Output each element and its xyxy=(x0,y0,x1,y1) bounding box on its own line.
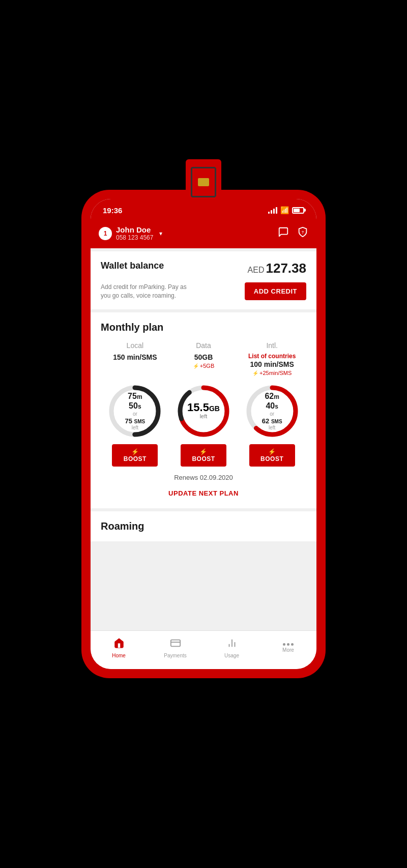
wallet-top: Wallet balance AED127.38 xyxy=(101,261,306,276)
local-main-value: 75m 50s xyxy=(121,391,149,411)
data-main-value: 15.5GB xyxy=(187,402,220,414)
shield-icon[interactable]: ? xyxy=(297,226,308,240)
intl-left-label: left xyxy=(258,425,286,431)
lightning-icon: ⚡ xyxy=(193,363,199,369)
payments-icon xyxy=(170,638,181,651)
sim-chip xyxy=(198,178,209,186)
local-sub-value: 75 SMS xyxy=(121,417,149,425)
wallet-title: Wallet balance xyxy=(101,261,164,271)
nav-home[interactable]: Home xyxy=(91,638,147,658)
plan-title: Monthly plan xyxy=(101,322,306,333)
data-column-header: Data 50GB ⚡+5GB xyxy=(169,341,238,369)
user-number: 058 123 4567 xyxy=(116,234,153,241)
bottom-nav: Home Payments xyxy=(91,630,316,669)
monthly-plan-card: Monthly plan Local 150 min/SMS Data 50GB… xyxy=(91,312,316,508)
user-header[interactable]: 1 John Doe 058 123 4567 ▾ xyxy=(91,221,316,248)
nav-usage[interactable]: Usage xyxy=(204,638,260,658)
local-column-header: Local 150 min/SMS xyxy=(101,341,169,362)
intl-or: or xyxy=(258,411,286,417)
chevron-down-icon[interactable]: ▾ xyxy=(159,230,162,237)
payments-label: Payments xyxy=(164,653,186,658)
svg-rect-1 xyxy=(170,640,180,647)
local-chart: 75m 50s or 75 SMS left ⚡ BOOST xyxy=(101,383,169,467)
roaming-title: Roaming xyxy=(101,520,306,532)
battery-icon xyxy=(292,207,304,214)
header-actions: ? xyxy=(278,226,308,240)
wallet-currency: AED xyxy=(248,266,265,274)
data-circle-center: 15.5GB left xyxy=(187,402,220,420)
nav-more[interactable]: More xyxy=(260,643,316,653)
user-name: John Doe xyxy=(116,225,153,234)
intl-main-value: 62m 40s xyxy=(258,391,286,411)
wallet-card: Wallet balance AED127.38 Add credit for … xyxy=(91,251,316,309)
phone-screen: 19:36 📶 1 xyxy=(91,199,316,669)
wallet-value: 127.38 xyxy=(266,261,306,276)
wifi-icon: 📶 xyxy=(280,206,289,214)
usage-icon xyxy=(226,638,238,651)
data-circle: 15.5GB left xyxy=(176,383,231,439)
sim-inner xyxy=(191,167,216,197)
more-label: More xyxy=(282,647,294,653)
intl-column-header: Intl. List of countries 100 min/SMS ⚡+25… xyxy=(238,341,306,376)
user-badge: 1 xyxy=(99,227,112,240)
more-dots-icon xyxy=(283,643,294,646)
usage-label: Usage xyxy=(224,653,239,658)
intl-sub-value: 62 SMS xyxy=(258,417,286,425)
local-circle-center: 75m 50s or 75 SMS left xyxy=(121,391,149,431)
lightning-icon-intl: ⚡ xyxy=(252,370,258,376)
wallet-description: Add credit for mParking. Pay as you go c… xyxy=(101,283,187,300)
intl-circle: 62m 40s or 62 SMS left xyxy=(244,383,300,439)
intl-label: Intl. xyxy=(266,341,278,350)
intl-boost-extra: ⚡+25min/SMS xyxy=(252,370,292,376)
status-icons: 📶 xyxy=(268,206,304,214)
data-chart: 15.5GB left ⚡ BOOST xyxy=(169,383,238,467)
home-label: Home xyxy=(112,653,126,658)
message-icon[interactable] xyxy=(278,226,289,240)
local-or: or xyxy=(121,411,149,417)
signal-icon xyxy=(268,207,277,214)
data-boost-extra: ⚡+5GB xyxy=(193,363,214,369)
roaming-card: Roaming xyxy=(91,511,316,541)
plan-column-headers: Local 150 min/SMS Data 50GB ⚡+5GB Intl. xyxy=(101,341,306,376)
local-label: Local xyxy=(127,341,143,350)
bottom-spacer xyxy=(91,541,316,582)
sim-notch xyxy=(192,168,198,175)
intl-chart: 62m 40s or 62 SMS left ⚡ BOOST xyxy=(238,383,306,467)
main-content: Wallet balance AED127.38 Add credit for … xyxy=(91,248,316,669)
intl-boost-button[interactable]: ⚡ BOOST xyxy=(249,444,295,467)
intl-amount: 100 min/SMS xyxy=(250,360,294,369)
update-next-plan-button[interactable]: UPDATE NEXT PLAN xyxy=(101,484,306,499)
data-amount: 50GB xyxy=(194,353,213,362)
nav-payments[interactable]: Payments xyxy=(147,638,204,658)
list-of-countries-link[interactable]: List of countries xyxy=(248,353,296,360)
local-amount: 150 min/SMS xyxy=(113,353,157,362)
data-boost-button[interactable]: ⚡ BOOST xyxy=(181,444,226,467)
home-icon xyxy=(113,638,125,651)
user-details: John Doe 058 123 4567 xyxy=(116,225,153,241)
intl-circle-center: 62m 40s or 62 SMS left xyxy=(258,391,286,431)
add-credit-button[interactable]: ADD CREDIT xyxy=(245,282,306,300)
wallet-bottom: Add credit for mParking. Pay as you go c… xyxy=(101,282,306,300)
wallet-amount: AED127.38 xyxy=(248,261,306,276)
battery-fill xyxy=(294,209,300,212)
phone-frame: 19:36 📶 1 xyxy=(81,190,326,678)
data-left-label: left xyxy=(187,414,220,420)
renews-text: Renews 02.09.2020 xyxy=(101,474,306,481)
local-boost-button[interactable]: ⚡ BOOST xyxy=(112,444,158,467)
local-circle: 75m 50s or 75 SMS left xyxy=(107,383,163,439)
svg-text:?: ? xyxy=(302,230,304,235)
sim-card xyxy=(186,159,221,205)
user-info[interactable]: 1 John Doe 058 123 4567 ▾ xyxy=(99,225,162,241)
status-time: 19:36 xyxy=(103,206,122,215)
data-label: Data xyxy=(196,341,211,350)
charts-row: 75m 50s or 75 SMS left ⚡ BOOST xyxy=(101,383,306,467)
local-left-label: left xyxy=(121,425,149,431)
